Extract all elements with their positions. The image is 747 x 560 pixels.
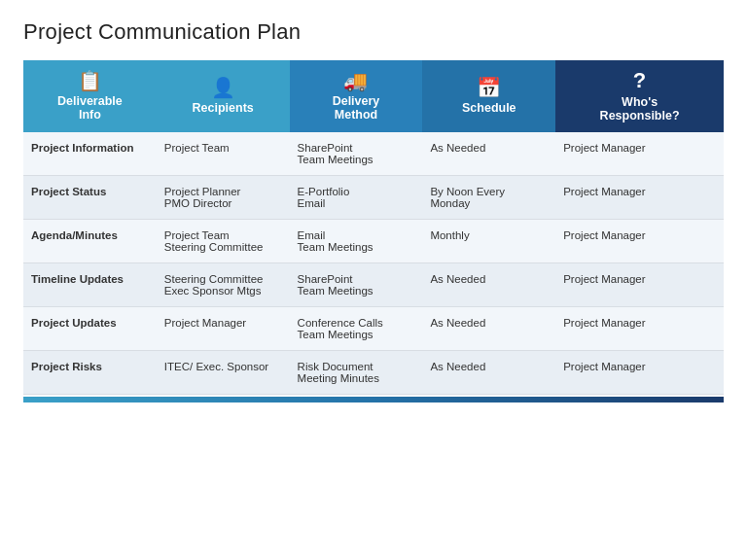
table-row: Project RisksITEC/ Exec. SponsorRisk Doc…	[23, 351, 724, 395]
header-recipients: 👤 Recipients	[157, 60, 290, 132]
cell-recipients: Project PlannerPMO Director	[157, 176, 290, 220]
cell-responsible: Project Manager	[555, 220, 724, 263]
cell-schedule: As Needed	[422, 263, 555, 307]
table-header-row: 📋 DeliverableInfo 👤 Recipients 🚚 Deliver…	[23, 60, 724, 132]
cell-schedule: By Noon EveryMonday	[422, 176, 555, 220]
deliverable-icon: 📋	[31, 71, 149, 90]
table-row: Agenda/MinutesProject TeamSteering Commi…	[23, 220, 724, 263]
page-title: Project Communication Plan	[23, 19, 724, 45]
cell-recipients: Steering CommitteeExec Sponsor Mtgs	[157, 263, 290, 307]
cell-schedule: As Needed	[422, 132, 555, 176]
header-schedule: 📅 Schedule	[422, 60, 555, 132]
cell-deliverable: Project Updates	[23, 307, 157, 351]
cell-delivery: EmailTeam Meetings	[290, 220, 423, 263]
cell-recipients: ITEC/ Exec. Sponsor	[157, 351, 290, 395]
schedule-icon: 📅	[430, 78, 548, 97]
cell-schedule: As Needed	[422, 351, 555, 395]
cell-delivery: SharePointTeam Meetings	[290, 132, 423, 176]
cell-recipients: Project TeamSteering Committee	[157, 220, 290, 263]
cell-delivery: SharePointTeam Meetings	[290, 263, 423, 307]
cell-delivery: Conference CallsTeam Meetings	[290, 307, 423, 351]
recipients-icon: 👤	[164, 78, 282, 97]
cell-responsible: Project Manager	[555, 351, 724, 395]
cell-deliverable: Project Information	[23, 132, 157, 176]
responsible-icon: ?	[563, 70, 716, 91]
header-delivery: 🚚 DeliveryMethod	[290, 60, 423, 132]
cell-deliverable: Agenda/Minutes	[23, 220, 157, 263]
delivery-icon: 🚚	[298, 71, 415, 90]
cell-responsible: Project Manager	[555, 263, 724, 307]
table-row: Timeline UpdatesSteering CommitteeExec S…	[23, 263, 724, 307]
cell-recipients: Project Manager	[157, 307, 290, 351]
cell-deliverable: Timeline Updates	[23, 263, 157, 307]
table-row: Project InformationProject TeamSharePoin…	[23, 132, 724, 176]
communication-table: 📋 DeliverableInfo 👤 Recipients 🚚 Deliver…	[23, 60, 724, 395]
table-body: Project InformationProject TeamSharePoin…	[23, 132, 724, 395]
bottom-bar	[23, 397, 724, 402]
cell-responsible: Project Manager	[555, 176, 724, 220]
header-responsible: ? Who'sResponsible?	[555, 60, 724, 132]
table-row: Project StatusProject PlannerPMO Directo…	[23, 176, 724, 220]
cell-deliverable: Project Status	[23, 176, 157, 220]
cell-deliverable: Project Risks	[23, 351, 157, 395]
cell-responsible: Project Manager	[555, 132, 724, 176]
cell-delivery: E-PortfolioEmail	[290, 176, 423, 220]
header-deliverable: 📋 DeliverableInfo	[23, 60, 157, 132]
table-row: Project UpdatesProject ManagerConference…	[23, 307, 724, 351]
cell-schedule: As Needed	[422, 307, 555, 351]
cell-responsible: Project Manager	[555, 307, 724, 351]
cell-schedule: Monthly	[422, 220, 555, 263]
cell-recipients: Project Team	[157, 132, 290, 176]
cell-delivery: Risk DocumentMeeting Minutes	[290, 351, 423, 395]
